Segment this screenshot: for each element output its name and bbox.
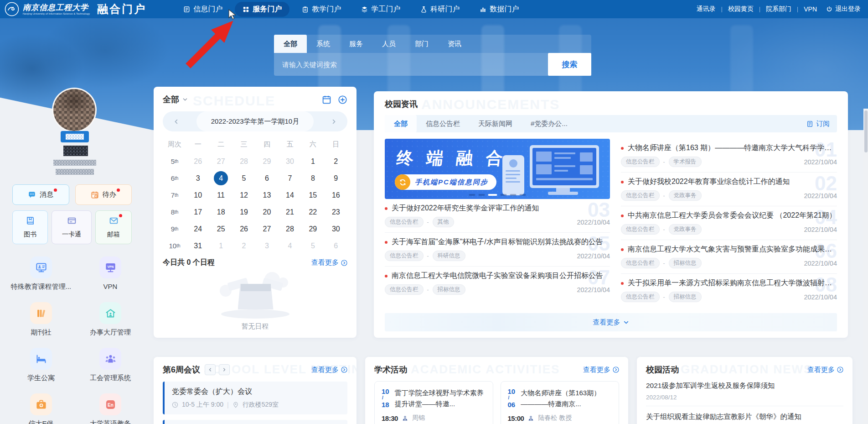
app-shortcut-学生公寓[interactable]: 学生公寓 [6, 342, 76, 388]
calendar-day[interactable]: 26 [186, 153, 209, 170]
calendar-day[interactable]: 1 [301, 153, 324, 170]
nav-link-院系部门[interactable]: 院系部门 [766, 5, 791, 13]
app-shortcut-期刊社[interactable]: 期刊社 [6, 297, 76, 342]
news-more-button[interactable]: 查看更多 [385, 313, 837, 331]
app-shortcut-办事大厅管理[interactable]: 办事大厅管理 [76, 297, 145, 342]
news-item[interactable]: 07南京信息工程大学电信院微电子实验室设备采购项目公开招标公告信息公告栏-招标信… [385, 267, 610, 300]
calendar-day[interactable]: 21 [279, 204, 301, 220]
calendar-day[interactable]: 23 [325, 204, 347, 220]
carousel-dot[interactable] [469, 194, 475, 196]
news-tag[interactable]: 信息公告栏 [385, 217, 424, 227]
nav-item-学工门户[interactable]: 学工门户 [353, 2, 408, 17]
calendar-day[interactable]: 30 [325, 220, 347, 237]
news-item[interactable]: 02关于做好我校2022年教育事业综合统计工作的通知信息公告栏-党政事务2022… [621, 173, 837, 206]
calendar-day[interactable]: 8 [301, 170, 324, 187]
calendar-day[interactable]: 4 [279, 237, 301, 254]
news-tag[interactable]: 信息公告栏 [385, 251, 424, 261]
app-shortcut-信大E保[interactable]: 信大E保 [6, 388, 76, 424]
search-button[interactable]: 搜索 [548, 53, 591, 76]
news-tag[interactable]: 信息公告栏 [621, 190, 660, 201]
calendar-day[interactable]: 5 [301, 237, 324, 254]
news-tab-天际新闻网[interactable]: 天际新闻网 [469, 115, 522, 132]
calendar-day[interactable]: 29 [301, 220, 324, 237]
calendar-day[interactable]: 12 [232, 187, 255, 204]
news-tag[interactable]: 党政事务 [669, 224, 702, 235]
app-shortcut-大学英语教务[interactable]: En大学英语教务 [76, 388, 145, 424]
news-item[interactable]: 08关于拟采用单一来源方式招标采购南京信息工程大学微波辐射计维修...信息公告栏… [621, 274, 837, 307]
schedule-more-link[interactable]: 查看更多 [311, 258, 347, 267]
campus-more-link[interactable]: 查看更多 [807, 366, 843, 374]
calendar-day[interactable]: 18 [209, 204, 232, 220]
news-item[interactable]: 05关于海军首届"金海豚"杯电子/水声目标智能识别算法挑战赛的公告信息公告栏-科… [385, 233, 610, 267]
news-tab-#党委办公...[interactable]: #党委办公... [522, 115, 577, 132]
news-tag[interactable]: 信息公告栏 [621, 224, 660, 235]
calendar-day[interactable]: 16 [325, 187, 347, 204]
next-month-icon[interactable] [331, 119, 337, 125]
calendar-day[interactable]: 31 [186, 237, 209, 254]
news-tag[interactable]: 招标信息 [669, 292, 702, 302]
calendar-day[interactable]: 29 [255, 153, 278, 170]
calendar-day[interactable]: 22 [301, 204, 324, 220]
news-tag[interactable]: 其他 [433, 217, 454, 227]
academic-event[interactable]: 10/06大物名师讲座（第163期）————特邀南京...15:00陆春松 教授 [501, 381, 620, 424]
subscribe-button[interactable]: 订阅 [806, 120, 837, 128]
calendar-day[interactable]: 5 [232, 170, 255, 187]
calendar-day[interactable]: 9 [325, 170, 347, 187]
search-tab-系统[interactable]: 系统 [307, 35, 340, 53]
nav-item-信息门户[interactable]: 信息门户 [176, 2, 230, 17]
news-tag[interactable]: 信息公告栏 [385, 284, 424, 295]
news-tag[interactable]: 招标信息 [433, 284, 465, 295]
nav-item-数据门户[interactable]: 数据门户 [472, 2, 527, 17]
carousel-dot[interactable] [488, 194, 497, 196]
app-shortcut-工会管理系统[interactable]: 工会管理系统 [76, 342, 145, 388]
news-item[interactable]: 01大物名师讲座（第163 期）————特邀南京大学大气科学学院朱...信息公告… [621, 139, 837, 173]
calendar-day[interactable]: 13 [255, 187, 278, 204]
carousel-dot[interactable] [510, 194, 517, 196]
search-tab-人员[interactable]: 人员 [372, 35, 405, 53]
academic-more-link[interactable]: 查看更多 [583, 366, 619, 374]
news-tab-全部[interactable]: 全部 [385, 115, 417, 132]
campus-activity-item[interactable]: 2021级参加军训学生返校及服务保障须知2022/08/12 [646, 375, 843, 406]
calendar-day[interactable]: 30 [279, 153, 301, 170]
search-tab-服务[interactable]: 服务 [340, 35, 372, 53]
calendar-day-selected[interactable]: 4 [209, 170, 232, 187]
nav-link-VPN[interactable]: VPN [804, 5, 817, 13]
calendar-day[interactable]: 3 [186, 170, 209, 187]
logout-button[interactable]: 退出登录 [826, 5, 861, 13]
nav-link-通讯录[interactable]: 通讯录 [697, 5, 716, 13]
calendar-day[interactable]: 11 [209, 187, 232, 204]
calendar-day[interactable]: 7 [279, 170, 301, 187]
search-tab-全部[interactable]: 全部 [274, 35, 307, 53]
meetings-more-link[interactable]: 查看更多 [311, 366, 347, 374]
news-tag[interactable]: 信息公告栏 [621, 292, 660, 302]
calendar-day[interactable]: 25 [209, 220, 232, 237]
avatar[interactable] [52, 88, 97, 132]
prev-week-button[interactable] [205, 364, 216, 375]
news-tag[interactable]: 学术报告 [669, 157, 702, 167]
news-tag[interactable]: 党政事务 [669, 190, 702, 201]
add-schedule-icon[interactable] [338, 95, 347, 105]
calendar-day[interactable]: 28 [279, 220, 301, 237]
carousel-dot[interactable] [501, 194, 507, 196]
news-tag[interactable]: 信息公告栏 [621, 157, 660, 167]
calendar-day[interactable]: 6 [325, 237, 347, 254]
calendar-day[interactable]: 14 [279, 187, 301, 204]
calendar-day[interactable]: 28 [232, 153, 255, 170]
news-tag[interactable]: 科研信息 [433, 251, 465, 261]
calendar-day[interactable]: 15 [301, 187, 324, 204]
carousel-dot[interactable] [520, 194, 526, 196]
nav-item-服务门户[interactable]: 服务门户 [235, 2, 289, 17]
news-item[interactable]: 03关于做好2022年研究生奖学金评审工作的通知信息公告栏-其他2022/10/… [385, 199, 610, 233]
calendar-day[interactable]: 2 [325, 153, 347, 170]
calendar-day[interactable]: 6 [255, 170, 278, 187]
search-tab-资讯[interactable]: 资讯 [438, 35, 471, 53]
search-tab-部门[interactable]: 部门 [405, 35, 438, 53]
carousel-dot[interactable] [479, 194, 485, 196]
action-button-待办[interactable]: 待办 [75, 184, 132, 205]
schedule-filter-dropdown[interactable]: 全部 [163, 94, 188, 105]
news-item[interactable]: 04中共南京信息工程大学委员会常委会会议纪要 （2022年第21期）信息公告栏-… [621, 206, 837, 240]
action-button-消息[interactable]: 消息 [12, 184, 69, 205]
next-week-button[interactable] [219, 364, 230, 375]
calendar-day[interactable]: 17 [186, 204, 209, 220]
meeting-item[interactable] [163, 420, 347, 424]
